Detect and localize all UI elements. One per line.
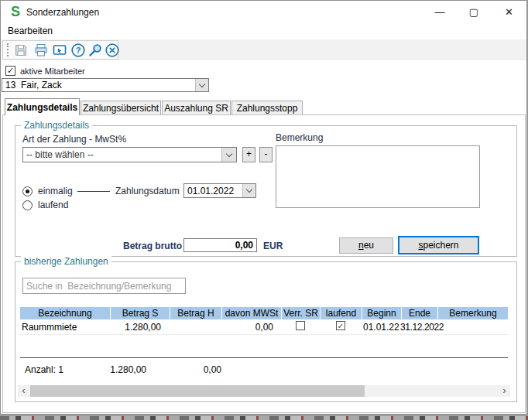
chevron-down-icon[interactable]	[195, 79, 208, 91]
summary-davon-mwst: 0,00	[179, 364, 221, 375]
col-header-bezeichnung[interactable]: Bezeichnung	[20, 307, 110, 319]
help-icon[interactable]: ?	[70, 43, 86, 58]
scroll-right-icon[interactable]: ›	[499, 385, 510, 397]
speichern-button[interactable]: speichern	[398, 236, 479, 254]
checkmark: ✓	[338, 322, 344, 330]
toolbar-gripper[interactable]	[7, 43, 9, 56]
print-icon[interactable]	[33, 43, 49, 58]
menu-bearbeiten[interactable]: Bearbeiten	[8, 26, 53, 36]
col-header-bemerkung[interactable]: Bemerkung	[438, 307, 508, 319]
background-window-strip	[0, 416, 528, 420]
toolbar: ?	[2, 39, 526, 60]
summary-anzahl: Anzahl: 1	[25, 364, 63, 375]
save-icon[interactable]	[13, 43, 29, 58]
col-header-davon-mwst[interactable]: davon MWSt	[222, 307, 281, 319]
bemerkung-label: Bemerkung	[276, 132, 323, 143]
zahlungsdatum-value: 01.01.2022	[187, 186, 240, 196]
cancel-icon[interactable]	[105, 43, 120, 58]
search-icon[interactable]	[87, 43, 103, 58]
betrag-brutto-label: Betrag brutto	[123, 241, 182, 251]
app-logo-icon: S	[9, 5, 22, 19]
tab-zahlungsuebersicht[interactable]: Zahlungsübersicht	[81, 101, 161, 115]
remove-payment-type-button[interactable]: -	[259, 147, 273, 162]
art-der-zahlung-select[interactable]: -- bitte wählen --	[22, 147, 237, 162]
summary-divider	[20, 357, 508, 358]
art-der-zahlung-label: Art der Zahlung - MwSt%	[22, 134, 126, 145]
window-title: Sonderzahlungen	[26, 7, 99, 18]
minimize-button[interactable]: —	[423, 1, 457, 24]
cell-ende: 31.12.2022	[400, 322, 444, 333]
employee-select-value: 13 Fair, Zack	[5, 80, 193, 90]
neu-button[interactable]: neu	[339, 237, 393, 254]
screen-icon[interactable]	[52, 43, 67, 58]
connector-line	[77, 191, 110, 192]
cell-laufend-checkbox[interactable]: ✓	[336, 321, 345, 330]
cell-beginn: 01.01.22	[363, 322, 399, 333]
active-employees-checkbox[interactable]: ✓	[5, 66, 15, 76]
title-bar: S Sonderzahlungen — ▢ ✕	[1, 1, 526, 24]
radio-einmalig[interactable]	[22, 186, 33, 196]
maximize-button[interactable]: ▢	[457, 1, 491, 24]
close-button[interactable]: ✕	[492, 1, 526, 24]
active-employees-label: aktive Mitarbeiter	[20, 67, 85, 76]
scroll-left-icon[interactable]: ‹	[18, 385, 29, 397]
scrollbar-thumb[interactable]	[30, 385, 365, 397]
chevron-down-icon[interactable]	[221, 148, 236, 162]
horizontal-scrollbar[interactable]: ‹ ›	[18, 385, 510, 397]
col-header-betrag-s[interactable]: Betrag S	[111, 307, 170, 319]
checkmark: ✓	[7, 66, 14, 75]
currency-label: EUR	[263, 241, 283, 251]
tab-zahlungsdetails[interactable]: Zahlungsdetails	[5, 98, 80, 115]
zahlungsdatum-label: Zahlungsdatum	[115, 186, 180, 196]
sonderzahlungen-window: S Sonderzahlungen — ▢ ✕ Bearbeiten ?	[0, 0, 527, 415]
row-divider	[20, 334, 508, 335]
radio-laufend[interactable]	[22, 200, 33, 210]
tab-auszahlung-sr[interactable]: Auszahlung SR	[162, 101, 231, 115]
col-header-verr-sr[interactable]: Verr. SR	[282, 307, 320, 319]
search-input[interactable]	[22, 278, 186, 294]
zahlungsdatum-select[interactable]: 01.01.2022	[183, 183, 256, 198]
svg-text:?: ?	[76, 46, 81, 55]
cell-verr-sr-checkbox[interactable]	[296, 321, 305, 330]
col-header-beginn[interactable]: Beginn	[362, 307, 401, 319]
chevron-down-icon[interactable]	[242, 184, 255, 197]
zahlungsdetails-group-title: Zahlungsdetails	[21, 120, 92, 131]
col-header-laufend[interactable]: laufend	[321, 307, 362, 319]
toolbar-group: ?	[2, 40, 118, 60]
cell-bezeichnung: Raummmiete	[22, 322, 77, 333]
tab-zahlungsstopp[interactable]: Zahlungsstopp	[231, 101, 303, 115]
col-header-ende[interactable]: Ende	[402, 307, 437, 319]
radio-laufend-label: laufend	[38, 200, 68, 210]
art-der-zahlung-value: -- bitte wählen --	[26, 149, 221, 160]
cell-davon-mwst: 0,00	[222, 322, 273, 333]
betrag-brutto-input[interactable]: 0,00	[183, 238, 257, 252]
summary-betrag-s: 1.280,00	[94, 364, 146, 375]
menu-bar: Bearbeiten	[1, 24, 526, 39]
radio-einmalig-label: einmalig	[38, 186, 73, 196]
add-payment-type-button[interactable]: +	[242, 147, 255, 162]
bisherige-zahlungen-group-title: bisherige Zahlungen	[21, 256, 111, 267]
employee-select[interactable]: 13 Fair, Zack	[2, 78, 209, 92]
cell-betrag-s: 1.280,00	[109, 322, 161, 333]
bemerkung-textarea[interactable]	[276, 145, 480, 208]
col-header-betrag-h[interactable]: Betrag H	[170, 307, 221, 319]
